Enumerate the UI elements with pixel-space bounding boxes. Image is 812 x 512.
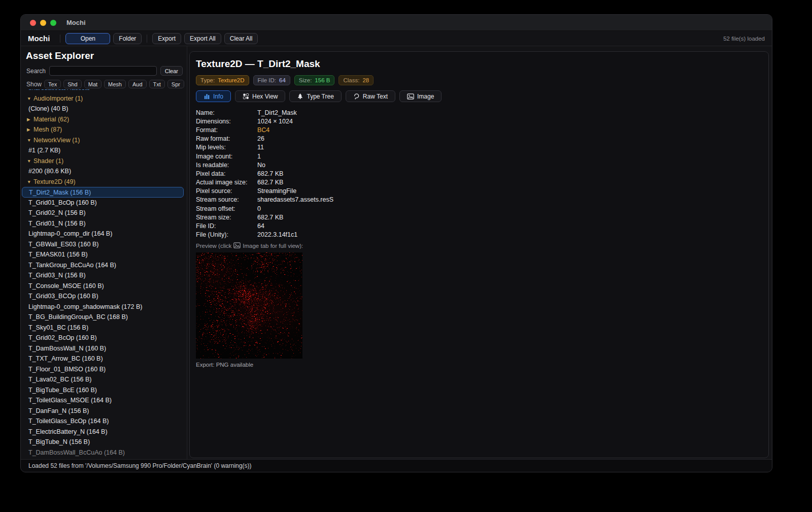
tree-row[interactable]: Lightmap-0_comp_dir (164 B) [21,229,187,239]
badge-label: Size: [299,77,312,83]
tree-row[interactable]: T_Grid01_BcOp (160 B) [21,198,187,208]
tree-row[interactable]: T_Grid03_N (156 B) [21,270,187,281]
tree-row-label: (Clone) (40 B) [28,105,69,112]
info-label: Is readable: [196,162,257,169]
tree-row[interactable]: T_Grid01_N (156 B) [21,218,187,229]
tree-row[interactable]: T_TankGroup_BcCuAo (164 B) [21,260,187,271]
tree-row[interactable]: T_EMASK01 (156 B) [21,249,187,260]
tree-row[interactable]: ▼NetworkView (1) [21,135,187,146]
tab-label: Info [213,93,223,100]
content-area: Asset Explorer Search Clear Show TexShdM… [21,46,772,459]
tree-row[interactable]: T_GBWall_ES03 (160 B) [21,239,187,250]
tree-row-label: T_Sky01_BC (156 B) [28,324,88,331]
tree-row[interactable]: ▼Texture2D (49) [21,177,187,187]
tree-row[interactable]: #200 (80.6 KB) [21,166,187,177]
filter-chip-mesh[interactable]: Mesh [104,80,126,88]
tree-row[interactable]: T_DanFan_N (156 B) [21,406,187,417]
hex-grid-icon [243,93,249,100]
tree-row[interactable]: T_Grid02_BcOp (160 B) [21,333,187,343]
tree-row[interactable]: T_ToiletGlass_MSOE (164 B) [21,395,187,406]
info-row: Name:T_Dirt2_Mask [196,108,762,117]
image-icon [233,242,241,249]
asset-title: Texture2D — T_Dirt2_Mask [196,58,762,70]
tree-row[interactable]: (Clone) (40 B) [21,104,187,114]
clear-all-button[interactable]: Clear All [224,33,258,44]
tree-row[interactable]: #1 (2.7 KB) [21,145,187,156]
zoom-window-button[interactable] [50,20,56,26]
info-label: Image count: [196,153,257,160]
tree-row[interactable]: Lightmap-0_comp_shadowmask (172 B) [21,302,187,312]
filter-chip-aud[interactable]: Aud [128,80,147,88]
tab-type-tree[interactable]: Type Tree [289,90,341,102]
info-row: Stream source:sharedassets7.assets.resS [196,196,762,204]
folder-button[interactable]: Folder [113,33,142,44]
filter-chip-shd[interactable]: Shd [63,80,82,88]
tree-arrow-icon: ▶ [27,114,33,125]
tree-row[interactable]: sharedassets7.assets [21,89,187,93]
info-row: Pixel data:682.7 KB [196,169,762,178]
tree-row-label: T_Grid03_N (156 B) [28,272,86,279]
tab-hex-view[interactable]: Hex View [235,90,285,102]
tree-row[interactable]: ▶Mesh (87) [21,124,187,135]
tab-image[interactable]: Image [399,90,442,102]
files-loaded-status: 52 file(s) loaded [723,36,765,42]
export-note: Export: PNG available [196,362,762,368]
tree-row-label: Mesh (87) [33,126,62,133]
toolbar-divider [60,35,60,43]
tree-row[interactable]: ▼AudioImporter (1) [21,93,187,104]
tree-row[interactable]: T_Console_MSOE (160 B) [21,281,187,292]
tab-raw-text[interactable]: Raw Text [346,90,395,102]
tree-row[interactable]: T_Floor_01_BMSO (160 B) [21,364,187,375]
info-row: Format:BC4 [196,125,762,134]
tree-row[interactable]: ▶Material (62) [21,114,187,125]
tree-row-label: T_ElectricBattery_N (164 B) [28,428,108,435]
tree-row[interactable]: T_Grid03_BCOp (160 B) [21,291,187,302]
filter-chip-mat[interactable]: Mat [84,80,101,88]
tree-row[interactable]: T_ToiletGlass_BcOp (164 B) [21,416,187,427]
asset-tree: sharedassets7.assets▼AudioImporter (1)(C… [21,89,187,459]
filter-row: Show TexShdMatMeshAudTxtSpr [26,80,183,88]
search-clear-button[interactable]: Clear [160,66,183,76]
filter-chip-txt[interactable]: Txt [149,80,165,88]
info-value: 11 [257,144,264,151]
tree-row-label: T_EMASK01 (156 B) [28,251,88,258]
tree-row-label: Material (62) [33,116,69,123]
badge-value: 156 B [315,77,330,83]
tree-row-label: T_TXT_Arrow_BC (160 B) [28,355,103,362]
info-label: Stream size: [196,214,257,221]
tree-row[interactable]: T_BigTube_N (156 B) [21,437,187,447]
tree-row-label: #200 (80.6 KB) [28,168,71,175]
info-row: File ID:64 [196,221,762,230]
close-window-button[interactable] [30,20,36,26]
tree-row-label: T_DamBossWall_BcCuAo (164 B) [28,449,125,456]
tree-row[interactable]: ▼Shader (1) [21,156,187,167]
info-value: 1024 × 1024 [257,118,293,125]
filter-chip-spr[interactable]: Spr [167,80,184,88]
info-row: Image count:1 [196,152,762,161]
tree-row[interactable]: T_DamBossWall_N (160 B) [21,343,187,354]
traffic-lights [30,20,56,26]
tree-row-label: T_Dirt2_Mask (156 B) [29,189,91,196]
open-button[interactable]: Open [65,33,110,44]
export-button[interactable]: Export [152,33,181,44]
filter-chip-tex[interactable]: Tex [44,80,61,88]
tree-row[interactable]: T_Sky01_BC (156 B) [21,323,187,333]
tree-row[interactable]: T_ElectricBattery_N (164 B) [21,427,187,437]
tree-row[interactable]: T_Lava02_BC (156 B) [21,374,187,385]
info-badge: File ID:64 [253,75,290,85]
export-all-button[interactable]: Export All [184,33,221,44]
tree-row[interactable]: T_Dirt2_Mask (156 B) [22,187,184,198]
info-row: File (Unity):2022.3.14f1c1 [196,231,762,239]
info-label: Pixel data: [196,170,257,177]
tree-row[interactable]: T_BG_BuildingGroupA_BC (168 B) [21,312,187,323]
tree-row-label: T_DamBossWall_N (160 B) [28,345,106,352]
badge-label: Class: [343,77,359,83]
search-input[interactable] [49,66,157,76]
minimize-window-button[interactable] [40,20,46,26]
tab-info[interactable]: Info [196,90,231,102]
search-label: Search [26,68,46,75]
tree-row[interactable]: T_DamBossWall_BcCuAo (164 B) [21,447,187,458]
tree-row[interactable]: T_TXT_Arrow_BC (160 B) [21,354,187,364]
tree-row[interactable]: T_BigTube_BcE (160 B) [21,385,187,396]
tree-row[interactable]: T_Grid02_N (156 B) [21,208,187,218]
